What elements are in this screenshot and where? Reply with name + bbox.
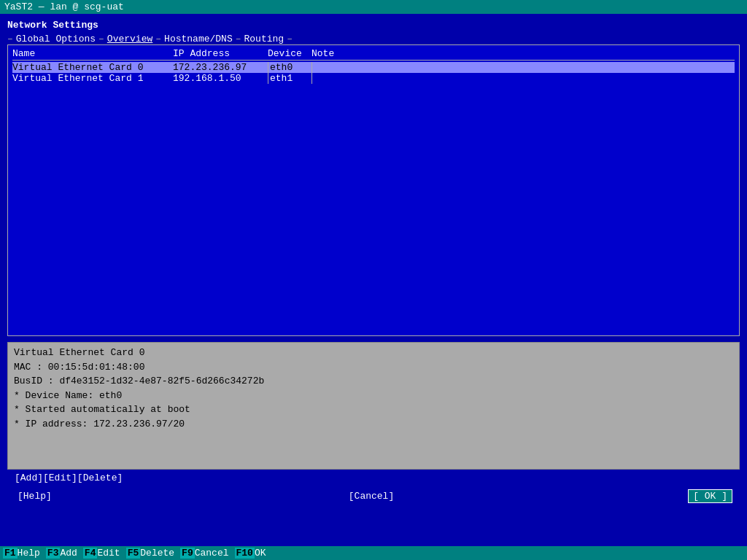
edit-action[interactable]: [Edit] [43,472,77,483]
table-row[interactable]: Virtual Ethernet Card 0 172.23.236.97 et… [12,62,735,73]
detail-ip: * IP address: 172.23.236.97/20 [14,417,733,432]
fkey-f3-label: Add [60,548,77,559]
fkey-f5-label: Delete [140,548,174,559]
detail-device-name: * Device Name: eth0 [14,389,733,403]
card-1-name: Virtual Ethernet Card 1 [12,73,173,84]
tab-routing[interactable]: Routing [241,34,287,44]
main-content: Network Settings – Global Options – Over… [0,14,747,506]
fkey-f9-label: Cancel [195,548,229,559]
ok-button[interactable]: [ OK ] [688,489,732,503]
fkey-f1-num: F1 [3,548,18,559]
button-bar: [Help] [Cancel] [ OK ] [7,486,740,506]
fkey-f3-num: F3 [46,548,61,559]
page-title: Network Settings [7,20,740,31]
title-text: YaST2 — lan @ scg-uat [4,1,124,12]
title-bar: YaST2 — lan @ scg-uat [0,0,747,14]
fkey-f1[interactable]: F1Help [3,548,40,559]
table-header: Name IP Address Device Note [12,48,735,61]
col-header-device: Device [268,48,311,59]
fkey-f9-num: F9 [180,548,195,559]
tab-sep-3: – [236,34,241,44]
tab-overview[interactable]: Overview [104,34,155,44]
tab-sep-2: – [155,34,161,44]
fkey-f1-label: Help [18,548,40,559]
fkey-f5[interactable]: F5Delete [126,548,174,559]
fkey-f5-num: F5 [126,548,141,559]
fkey-f4[interactable]: F4Edit [83,548,120,559]
fkey-f4-num: F4 [83,548,98,559]
fkey-f9[interactable]: F9Cancel [180,548,228,559]
tab-bar: – Global Options – Overview – Hostname/D… [7,34,740,44]
add-action[interactable]: [Add] [15,472,43,483]
detail-title: Virtual Ethernet Card 0 [14,346,733,360]
fkey-f4-label: Edit [97,548,120,559]
tab-global-options[interactable]: Global Options [13,34,98,44]
detail-busid: BusID : df4e3152-1d32-4e87-82f5-6d266c34… [14,374,733,389]
cards-listbox: Name IP Address Device Note Virtual Ethe… [7,44,740,336]
cancel-button[interactable]: [Cancel] [346,489,397,503]
detail-box: Virtual Ethernet Card 0 MAC : 00:15:5d:0… [7,342,740,470]
card-0-device: eth0 [268,62,311,73]
fkey-f10-num: F10 [235,548,255,559]
col-header-name: Name [12,48,173,59]
action-bar: [Add][Edit][Delete] [7,470,740,486]
col-header-note: Note [311,48,735,59]
card-1-note [311,73,735,84]
fkey-f10[interactable]: F10OK [235,548,266,559]
table-row[interactable]: Virtual Ethernet Card 1 192.168.1.50 eth… [12,73,735,84]
help-button[interactable]: [Help] [15,489,55,503]
tab-sep-1: – [98,34,104,44]
tab-separator-left: – [7,34,13,44]
card-1-ip: 192.168.1.50 [173,73,268,84]
fkey-f3[interactable]: F3Add [46,548,77,559]
fkey-bar: F1Help F3Add F4Edit F5Delete F9Cancel F1… [0,546,747,560]
card-0-note [311,62,735,73]
card-0-name: Virtual Ethernet Card 0 [12,62,173,73]
card-0-ip: 172.23.236.97 [173,62,268,73]
fkey-f10-label: OK [255,548,266,559]
card-1-device: eth1 [268,73,311,84]
tab-hostname-dns[interactable]: Hostname/DNS [161,34,236,44]
col-header-ip: IP Address [173,48,268,59]
detail-mac: MAC : 00:15:5d:01:48:00 [14,360,733,375]
tab-separator-right: – [287,34,293,44]
detail-autostart: * Started automatically at boot [14,402,733,417]
delete-action[interactable]: [Delete] [77,472,123,483]
